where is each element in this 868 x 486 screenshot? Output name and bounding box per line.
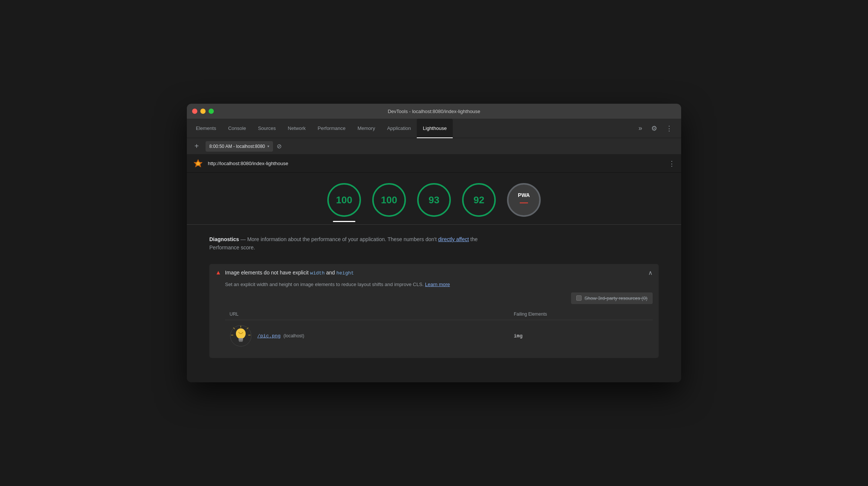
diagnostics-description: Diagnostics — More information about the… (209, 235, 659, 252)
table-row: /pic.png (localhost) img (225, 320, 653, 352)
page-url: http://localhost:8080/index-lighthouse (208, 161, 664, 166)
devtools-window: DevTools - localhost:8080/index-lighthou… (187, 104, 681, 382)
svg-point-1 (196, 162, 200, 165)
title-bar: DevTools - localhost:8080/index-lighthou… (187, 104, 681, 119)
file-host: (localhost) (283, 333, 304, 338)
window-title: DevTools - localhost:8080/index-lighthou… (388, 109, 480, 114)
more-tabs-button[interactable]: » (635, 124, 645, 132)
score-accessibility[interactable]: 100 (372, 183, 406, 217)
tab-memory[interactable]: Memory (352, 119, 381, 138)
window-controls (192, 109, 214, 114)
url-more-icon[interactable]: ⋮ (668, 160, 675, 168)
settings-icon[interactable]: ⚙ (648, 122, 660, 134)
warning-block: ▲ Image elements do not have explicit wi… (209, 264, 659, 358)
svg-rect-7 (239, 338, 243, 340)
chevron-up-icon[interactable]: ∧ (648, 269, 653, 276)
tabs-actions: ⚙ ⋮ (645, 122, 678, 134)
current-url: 8:00:50 AM - localhost:8080 (209, 144, 265, 149)
url-column-header: URL (225, 309, 509, 320)
show-3p-button[interactable]: Show 3rd-party resources (0) (571, 292, 653, 304)
tab-console[interactable]: Console (222, 119, 252, 138)
image-thumbnail (230, 325, 252, 347)
file-cell: /pic.png (localhost) (230, 325, 505, 347)
new-tab-button[interactable]: + (191, 141, 202, 152)
warning-description: Set an explicit width and height on imag… (225, 282, 653, 287)
tab-sources[interactable]: Sources (252, 119, 282, 138)
score-performance[interactable]: 100 (327, 183, 361, 217)
main-content: 100 100 93 92 PWA — Diagnostics — More i… (187, 173, 681, 382)
failing-elements-column-header: Failing Elements (509, 309, 653, 320)
tab-application[interactable]: Application (381, 119, 417, 138)
diagnostics-section: Diagnostics — More information about the… (187, 224, 681, 258)
learn-more-link[interactable]: Learn more (425, 282, 450, 287)
url-input[interactable]: 8:00:50 AM - localhost:8080 ▾ (206, 141, 273, 152)
directly-affect-link[interactable]: directly affect (438, 236, 469, 242)
warning-triangle-icon: ▲ (215, 269, 221, 276)
result-table: URL Failing Elements (225, 309, 653, 352)
more-options-icon[interactable]: ⋮ (663, 122, 675, 134)
failing-element-value: img (514, 333, 522, 339)
tab-network[interactable]: Network (282, 119, 312, 138)
lighthouse-logo-icon (193, 158, 203, 169)
failing-element-cell: img (509, 320, 653, 352)
warning-body: Set an explicit width and height on imag… (209, 282, 659, 358)
svg-rect-9 (239, 341, 243, 342)
score-best-practices[interactable]: 93 (417, 183, 451, 217)
show-3p-row: Show 3rd-party resources (0) (225, 292, 653, 304)
close-button[interactable] (192, 109, 197, 114)
score-pwa[interactable]: PWA — (507, 183, 541, 217)
tab-lighthouse[interactable]: Lighthouse (417, 119, 453, 138)
svg-rect-8 (239, 340, 243, 341)
stop-reload-button[interactable]: ⊘ (277, 143, 282, 150)
url-dropdown-icon[interactable]: ▾ (267, 144, 269, 148)
scores-row: 100 100 93 92 PWA — (187, 173, 681, 224)
warning-header[interactable]: ▲ Image elements do not have explicit wi… (209, 264, 659, 282)
tab-performance[interactable]: Performance (312, 119, 351, 138)
diagnostics-title: Diagnostics (209, 236, 239, 242)
lighthouse-url-bar: http://localhost:8080/index-lighthouse ⋮ (187, 155, 681, 173)
tab-elements[interactable]: Elements (190, 119, 222, 138)
warning-title: Image elements do not have explicit widt… (225, 270, 644, 276)
maximize-button[interactable] (209, 109, 214, 114)
url-cell: /pic.png (localhost) (225, 320, 509, 352)
score-seo[interactable]: 92 (462, 183, 496, 217)
tabs-bar: Elements Console Sources Network Perform… (187, 119, 681, 138)
address-bar: + 8:00:50 AM - localhost:8080 ▾ ⊘ (187, 138, 681, 155)
file-url-link[interactable]: /pic.png (257, 333, 280, 339)
minimize-button[interactable] (200, 109, 206, 114)
show-3p-checkbox[interactable] (576, 295, 582, 301)
